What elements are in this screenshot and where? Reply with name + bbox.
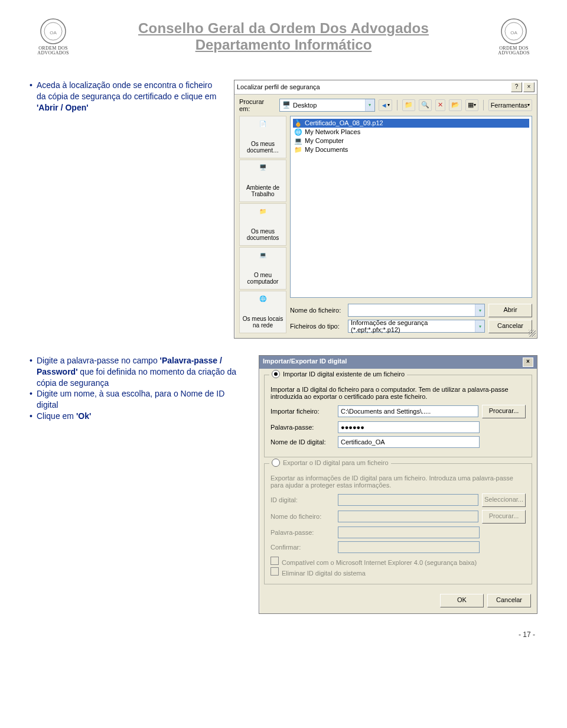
- logo-left: OA ORDEM DOSADVOGADOS: [30, 18, 77, 56]
- file-list[interactable]: 🏅Certificado_OA_08_09.p12 🌐My Network Pl…: [290, 116, 532, 298]
- select-button: Seleccionar...: [482, 493, 526, 507]
- filename-label: Nome do ficheiro:: [290, 307, 344, 314]
- doc-header: OA ORDEM DOSADVOGADOS Conselho Geral da …: [30, 18, 537, 56]
- network-icon: 🌐: [294, 128, 302, 136]
- seal-icon: OA: [40, 18, 67, 45]
- places-item[interactable]: 📁Os meus documentos: [239, 203, 286, 246]
- ok-button[interactable]: OK: [440, 594, 484, 607]
- instruction-block-1: Aceda à localização onde se encontra o f…: [30, 80, 223, 113]
- resize-grip[interactable]: [529, 330, 536, 337]
- dialog-title: Importar/Exportar ID digital: [263, 358, 347, 367]
- seal-icon: OA: [500, 18, 527, 45]
- export-desc: Exportar as informações de ID digital pa…: [271, 474, 526, 489]
- confirm-label: Confirmar:: [271, 544, 334, 551]
- import-group: Importar ID digital existente de um fich…: [264, 375, 532, 457]
- chevron-down-icon[interactable]: ▾: [475, 320, 484, 332]
- svg-text:OA: OA: [510, 30, 517, 35]
- password-label: Palavra-passe:: [271, 424, 334, 431]
- export-filename-input: [338, 511, 478, 522]
- import-legend: Importar ID digital existente de um fich…: [283, 370, 405, 378]
- filetype-combo[interactable]: Informações de segurança (*.epf;*.pfx;*.…: [348, 320, 485, 333]
- iddigital-input: [338, 494, 478, 506]
- file-item[interactable]: 📁My Documents: [293, 145, 529, 154]
- places-bar: 📄Os meus document… 🖥️Ambiente de Trabalh…: [239, 116, 286, 333]
- page-number: - 17 -: [30, 630, 537, 639]
- folder-icon: 📁: [294, 146, 302, 154]
- browse-button[interactable]: Procurar...: [482, 405, 526, 418]
- export-filename-label: Nome do ficheiro:: [271, 513, 334, 520]
- open-button[interactable]: Abrir: [488, 304, 532, 317]
- dialog-toolbar: Procurar em: 🖥️ Desktop ▾ ◄▾ 📁 🔍 ✕ 📂 ▦▾ …: [239, 98, 532, 112]
- export-legend: Exportar o ID digital para um ficheiro: [283, 459, 389, 466]
- confirm-input: [338, 541, 480, 553]
- doc-title: Conselho Geral da Ordem Dos Advogados De…: [87, 20, 480, 53]
- idname-input[interactable]: Certificado_OA: [338, 436, 480, 448]
- views-button[interactable]: ▦▾: [465, 99, 478, 111]
- compat-checkbox: [271, 557, 279, 565]
- password2-label: Palavra-passe:: [271, 529, 334, 536]
- places-item[interactable]: 💻O meu computador: [239, 247, 286, 290]
- file-item[interactable]: 💻My Computer: [293, 136, 529, 145]
- file-item[interactable]: 🌐My Network Places: [293, 128, 529, 136]
- dialog-titlebar: Localizar perfil de segurança ? ×: [234, 80, 537, 95]
- tools-menu[interactable]: Ferramentas ▾: [488, 99, 532, 111]
- up-button[interactable]: 📁: [402, 99, 415, 111]
- cancel-button[interactable]: Cancelar: [487, 594, 531, 607]
- file-open-dialog: Localizar perfil de segurança ? × Procur…: [234, 80, 537, 339]
- search-button[interactable]: 🔍: [419, 99, 432, 111]
- close-button[interactable]: ×: [523, 82, 535, 92]
- svg-text:OA: OA: [50, 30, 57, 35]
- dialog-titlebar: Importar/Exportar ID digital ×: [259, 356, 537, 369]
- cancel-button[interactable]: Cancelar: [488, 320, 532, 333]
- instruction-block-2: Digite a palavra-passe no campo 'Palavra…: [30, 355, 248, 422]
- logo-text: ORDEM DOSADVOGADOS: [30, 46, 77, 56]
- help-button[interactable]: ?: [511, 82, 522, 92]
- file-item[interactable]: 🏅Certificado_OA_08_09.p12: [293, 119, 529, 128]
- import-radio[interactable]: [272, 370, 280, 378]
- delete-checkbox: [271, 567, 279, 576]
- export-group: Exportar o ID digital para um ficheiro E…: [264, 463, 532, 584]
- import-file-input[interactable]: C:\Documents and Settings\.....: [338, 405, 478, 417]
- chevron-down-icon[interactable]: ▾: [365, 99, 374, 111]
- new-folder-button[interactable]: 📂: [449, 99, 462, 111]
- back-button[interactable]: ◄▾: [379, 99, 392, 111]
- password-input[interactable]: ●●●●●●: [338, 421, 480, 433]
- export-radio[interactable]: [272, 459, 280, 467]
- idname-label: Nome de ID digital:: [271, 438, 334, 446]
- places-item[interactable]: 🌐Os meus locais na rede: [239, 291, 286, 333]
- places-item[interactable]: 🖥️Ambiente de Trabalho: [239, 160, 286, 202]
- filetype-label: Ficheiros do tipo:: [290, 323, 344, 330]
- certificate-icon: 🏅: [294, 119, 302, 127]
- look-in-combo[interactable]: 🖥️ Desktop ▾: [279, 99, 375, 112]
- password2-input: [338, 526, 480, 538]
- dialog-title: Localizar perfil de segurança: [237, 83, 510, 90]
- delete-label: Eliminar ID digital do sistema: [282, 570, 366, 577]
- browse-button: Procurar...: [482, 510, 526, 524]
- import-export-dialog: Importar/Exportar ID digital × Importar …: [259, 355, 537, 614]
- iddigital-label: ID digital:: [271, 496, 334, 503]
- chevron-down-icon[interactable]: ▾: [475, 304, 484, 316]
- places-item[interactable]: 📄Os meus document…: [239, 116, 286, 158]
- import-file-label: Importar ficheiro:: [271, 408, 334, 415]
- desktop-icon: 🖥️: [282, 101, 291, 109]
- filename-input[interactable]: ▾: [348, 304, 485, 317]
- compat-label: Compatível com o Microsoft Internet Expl…: [282, 559, 477, 566]
- logo-text: ORDEM DOSADVOGADOS: [490, 46, 537, 56]
- logo-right: OA ORDEM DOSADVOGADOS: [490, 18, 537, 56]
- delete-button[interactable]: ✕: [435, 99, 445, 111]
- close-button[interactable]: ×: [523, 358, 533, 367]
- computer-icon: 💻: [294, 137, 302, 145]
- import-desc: Importar a ID digital do ficheiro para o…: [271, 386, 526, 400]
- look-in-label: Procurar em:: [239, 98, 276, 112]
